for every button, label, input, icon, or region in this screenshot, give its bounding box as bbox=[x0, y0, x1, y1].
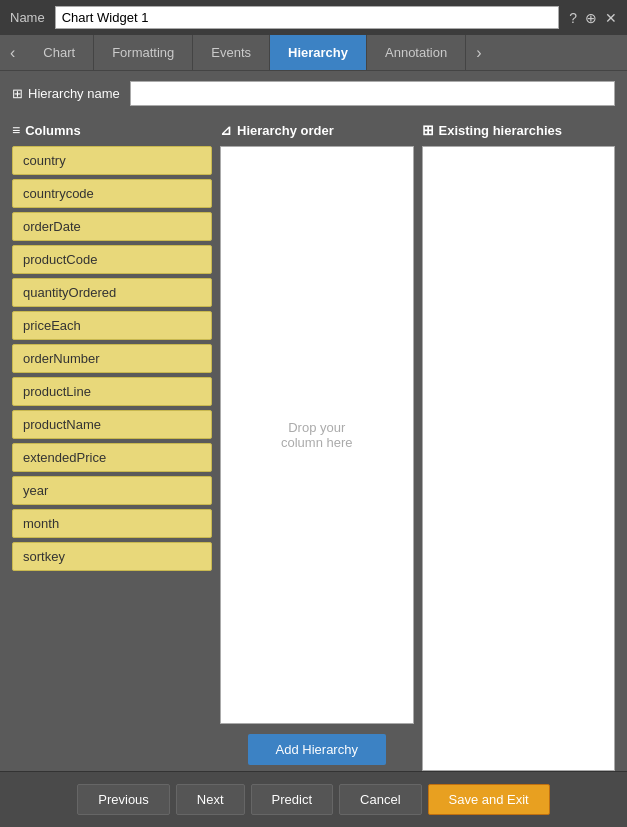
list-item[interactable]: extendedPrice bbox=[12, 443, 212, 472]
existing-zone bbox=[422, 146, 616, 771]
predict-button[interactable]: Predict bbox=[251, 784, 333, 815]
columns-header: ≡ Columns bbox=[12, 116, 212, 146]
add-hierarchy-row: Add Hierarchy bbox=[220, 724, 414, 771]
existing-header: ⊞ Existing hierarchies bbox=[422, 116, 616, 146]
list-item[interactable]: priceEach bbox=[12, 311, 212, 340]
next-button[interactable]: Next bbox=[176, 784, 245, 815]
order-panel: ⊿ Hierarchy order Drop yourcolumn here A… bbox=[220, 116, 414, 771]
tab-bar: ‹ Chart Formatting Events Hierarchy Anno… bbox=[0, 35, 627, 71]
list-item[interactable]: month bbox=[12, 509, 212, 538]
columns-icon: ≡ bbox=[12, 122, 20, 138]
title-bar: Name ? ⊕ ✕ bbox=[0, 0, 627, 35]
title-icons: ? ⊕ ✕ bbox=[569, 10, 617, 26]
list-item[interactable]: country bbox=[12, 146, 212, 175]
tab-formatting[interactable]: Formatting bbox=[94, 35, 193, 70]
list-item[interactable]: orderDate bbox=[12, 212, 212, 241]
move-icon[interactable]: ⊕ bbox=[585, 10, 597, 26]
dialog-container: Name ? ⊕ ✕ ‹ Chart Formatting Events Hie… bbox=[0, 0, 627, 827]
name-label: Name bbox=[10, 10, 45, 25]
list-item[interactable]: productLine bbox=[12, 377, 212, 406]
list-item[interactable]: year bbox=[12, 476, 212, 505]
hierarchy-name-row: ⊞ Hierarchy name bbox=[0, 71, 627, 116]
name-input[interactable] bbox=[55, 6, 560, 29]
columns-area: ≡ Columns countrycountrycodeorderDatepro… bbox=[0, 116, 627, 771]
list-item[interactable]: countrycode bbox=[12, 179, 212, 208]
save-exit-button[interactable]: Save and Exit bbox=[428, 784, 550, 815]
hierarchy-name-label: ⊞ Hierarchy name bbox=[12, 86, 120, 101]
tab-chart[interactable]: Chart bbox=[25, 35, 94, 70]
drop-zone-text: Drop yourcolumn here bbox=[281, 420, 353, 450]
previous-button[interactable]: Previous bbox=[77, 784, 170, 815]
list-item[interactable]: quantityOrdered bbox=[12, 278, 212, 307]
hierarchy-drop-zone[interactable]: Drop yourcolumn here bbox=[220, 146, 414, 724]
main-content: ⊞ Hierarchy name ≡ Columns countrycountr… bbox=[0, 71, 627, 771]
cancel-button[interactable]: Cancel bbox=[339, 784, 421, 815]
tab-hierarchy[interactable]: Hierarchy bbox=[270, 35, 367, 70]
tab-prev-btn[interactable]: ‹ bbox=[0, 36, 25, 70]
existing-icon: ⊞ bbox=[422, 122, 434, 138]
help-icon[interactable]: ? bbox=[569, 10, 577, 26]
existing-panel: ⊞ Existing hierarchies bbox=[422, 116, 616, 771]
hierarchy-name-icon: ⊞ bbox=[12, 86, 23, 101]
list-item[interactable]: sortkey bbox=[12, 542, 212, 571]
list-item[interactable]: productCode bbox=[12, 245, 212, 274]
order-header: ⊿ Hierarchy order bbox=[220, 116, 414, 146]
columns-panel: ≡ Columns countrycountrycodeorderDatepro… bbox=[12, 116, 212, 771]
hierarchy-name-input[interactable] bbox=[130, 81, 615, 106]
columns-list: countrycountrycodeorderDateproductCodequ… bbox=[12, 146, 212, 771]
list-item[interactable]: orderNumber bbox=[12, 344, 212, 373]
list-item[interactable]: productName bbox=[12, 410, 212, 439]
tab-next-btn[interactable]: › bbox=[466, 36, 491, 70]
order-icon: ⊿ bbox=[220, 122, 232, 138]
close-icon[interactable]: ✕ bbox=[605, 10, 617, 26]
add-hierarchy-button[interactable]: Add Hierarchy bbox=[248, 734, 386, 765]
tab-annotation[interactable]: Annotation bbox=[367, 35, 466, 70]
bottom-bar: Previous Next Predict Cancel Save and Ex… bbox=[0, 771, 627, 827]
tab-events[interactable]: Events bbox=[193, 35, 270, 70]
